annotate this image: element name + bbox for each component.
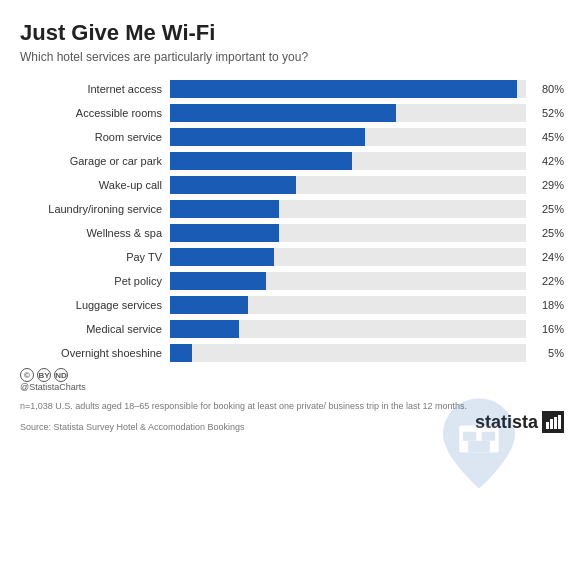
bar-row: Medical service16% (20, 318, 564, 340)
bar-track (170, 344, 526, 362)
bar-label: Garage or car park (20, 155, 170, 167)
bar-track (170, 176, 526, 194)
bar-fill (170, 296, 248, 314)
bar-row: Luggage services18% (20, 294, 564, 316)
bar-track (170, 320, 526, 338)
bar-track (170, 296, 526, 314)
bar-value: 18% (526, 299, 564, 311)
cc-icons: © BY ND (20, 368, 467, 382)
bar-track (170, 80, 526, 98)
bar-fill (170, 80, 517, 98)
svg-rect-6 (554, 417, 557, 429)
bar-track (170, 104, 526, 122)
bar-value: 25% (526, 227, 564, 239)
bar-row: Wake-up call29% (20, 174, 564, 196)
bar-row: Internet access80% (20, 78, 564, 100)
bar-value: 29% (526, 179, 564, 191)
bar-fill (170, 176, 296, 194)
bar-label: Overnight shoeshine (20, 347, 170, 359)
bar-track (170, 152, 526, 170)
bar-label: Medical service (20, 323, 170, 335)
brand-tag: @StatistaCharts (20, 382, 467, 392)
svg-rect-2 (482, 432, 496, 441)
bar-value: 25% (526, 203, 564, 215)
bar-row: Accessible rooms52% (20, 102, 564, 124)
chart-title: Just Give Me Wi-Fi (20, 20, 564, 46)
chart-subtitle: Which hotel services are particularly im… (20, 50, 564, 64)
bar-fill (170, 224, 279, 242)
bar-fill (170, 104, 396, 122)
bar-track (170, 128, 526, 146)
bar-value: 22% (526, 275, 564, 287)
bar-fill (170, 248, 274, 266)
cc-by-icon: BY (37, 368, 51, 382)
bar-label: Wake-up call (20, 179, 170, 191)
source-note: Source: Statista Survey Hotel & Accomoda… (20, 421, 467, 434)
bar-fill (170, 320, 239, 338)
bar-row: Pay TV24% (20, 246, 564, 268)
bar-track (170, 272, 526, 290)
bar-row: Overnight shoeshine5% (20, 342, 564, 364)
bar-label: Luggage services (20, 299, 170, 311)
bar-fill (170, 200, 279, 218)
bar-value: 52% (526, 107, 564, 119)
bar-value: 5% (526, 347, 564, 359)
bar-value: 80% (526, 83, 564, 95)
bar-track (170, 248, 526, 266)
bar-value: 45% (526, 131, 564, 143)
bar-track (170, 200, 526, 218)
bar-value: 42% (526, 155, 564, 167)
svg-rect-4 (546, 422, 549, 429)
bar-track (170, 224, 526, 242)
bar-value: 16% (526, 323, 564, 335)
bar-fill (170, 344, 192, 362)
svg-rect-1 (463, 432, 477, 441)
bar-fill (170, 128, 365, 146)
bar-fill (170, 272, 266, 290)
bar-row: Laundry/ironing service25% (20, 198, 564, 220)
bar-row: Room service45% (20, 126, 564, 148)
cc-nd-icon: ND (54, 368, 68, 382)
statista-icon (542, 411, 564, 433)
bar-label: Internet access (20, 83, 170, 95)
bar-label: Pet policy (20, 275, 170, 287)
footer-note: n=1,038 U.S. adults aged 18–65 responsib… (20, 400, 467, 413)
chart-container: Just Give Me Wi-Fi Which hotel services … (0, 0, 584, 564)
hotel-icon (434, 394, 524, 484)
bar-row: Wellness & spa25% (20, 222, 564, 244)
bar-fill (170, 152, 352, 170)
svg-rect-5 (550, 419, 553, 429)
bar-label: Laundry/ironing service (20, 203, 170, 215)
svg-rect-3 (468, 441, 490, 453)
cc-icon: © (20, 368, 34, 382)
bar-row: Garage or car park42% (20, 150, 564, 172)
bar-value: 24% (526, 251, 564, 263)
bar-label: Pay TV (20, 251, 170, 263)
bars-area: Internet access80%Accessible rooms52%Roo… (20, 78, 564, 364)
bar-label: Accessible rooms (20, 107, 170, 119)
bar-label: Wellness & spa (20, 227, 170, 239)
svg-rect-7 (558, 415, 561, 429)
bar-row: Pet policy22% (20, 270, 564, 292)
bar-label: Room service (20, 131, 170, 143)
